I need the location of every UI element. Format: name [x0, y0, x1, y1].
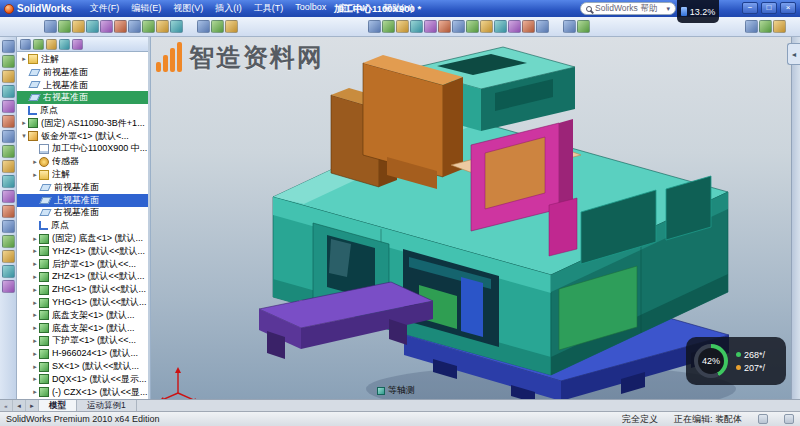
expander-icon[interactable]: ▸ [31, 158, 39, 166]
tree-item[interactable]: ▾钣金外罩<1> (默认<... [17, 130, 148, 143]
scene-icon[interactable] [225, 20, 238, 33]
pan-icon[interactable] [424, 20, 437, 33]
column-covers[interactable] [331, 55, 463, 189]
tree-item[interactable]: ▸后护罩<1> (默认<<... [17, 258, 148, 271]
mate-icon[interactable] [2, 55, 15, 68]
bill-of-materials-icon[interactable] [2, 190, 15, 203]
expander-icon[interactable]: ▸ [31, 273, 39, 281]
tree-item[interactable]: 上视基准面 [17, 79, 148, 92]
expander-icon[interactable]: ▸ [31, 286, 39, 294]
expander-icon[interactable]: ▸ [31, 299, 39, 307]
open-icon[interactable] [58, 20, 71, 33]
tree-item[interactable]: 右视基准面 [17, 207, 148, 220]
edit-color-icon[interactable] [156, 20, 169, 33]
tree-item[interactable]: 原点 [17, 104, 148, 117]
tab-scroll-next[interactable]: ► [26, 400, 39, 411]
tree-item[interactable]: ▸YHG<1> (默认<<默认... [17, 296, 148, 309]
rotate-component-icon[interactable] [2, 115, 15, 128]
status-icon-2[interactable] [784, 414, 794, 424]
appearance-icon[interactable] [211, 20, 224, 33]
expander-icon[interactable]: ▸ [20, 119, 28, 127]
print-icon[interactable] [86, 20, 99, 33]
view-settings-icon[interactable] [508, 20, 521, 33]
tree-item[interactable]: 上视基准面 [17, 194, 148, 207]
expander-icon[interactable]: ▸ [20, 55, 28, 63]
status-icon-1[interactable] [758, 414, 768, 424]
configurationmanager-tab[interactable] [46, 39, 57, 50]
tree-item[interactable]: ▸YHZ<1> (默认<<默认... [17, 245, 148, 258]
minimize-button[interactable]: − [742, 2, 758, 14]
menu-item-3[interactable]: 插入(I) [209, 0, 248, 17]
tree-item[interactable]: ▸底盘支架<1> (默认... [17, 309, 148, 322]
menu-item-1[interactable]: 编辑(E) [125, 0, 167, 17]
tree-item[interactable]: 前视基准面 [17, 66, 148, 79]
restore-button[interactable]: □ [761, 2, 777, 14]
section-view-icon[interactable] [522, 20, 535, 33]
tree-item[interactable]: ▸传感器 [17, 155, 148, 168]
menu-item-2[interactable]: 视图(V) [167, 0, 209, 17]
tree-item[interactable]: 原点 [17, 219, 148, 232]
show-hidden-components-icon[interactable] [2, 130, 15, 143]
chevron-down-icon[interactable]: ▾ [666, 5, 670, 13]
tree-item[interactable]: ▸(固定) AS11090-3B件+1... [17, 117, 148, 130]
tab-scroll-prev[interactable]: ◄ [13, 400, 26, 411]
help-search-input[interactable]: SolidWorks 帮助 ▾ [580, 2, 676, 15]
displaymanager-tab[interactable] [72, 39, 83, 50]
tree-item[interactable]: ▸DQX<1> (默认<<显示... [17, 373, 148, 386]
expander-icon[interactable]: ▸ [31, 324, 39, 332]
isolate-icon[interactable] [2, 265, 15, 278]
tree-item[interactable]: 右视基准面 [17, 91, 148, 104]
assemblyxpert-icon[interactable] [2, 250, 15, 263]
new-icon[interactable] [44, 20, 57, 33]
menu-item-0[interactable]: 文件(F) [84, 0, 126, 17]
menu-item-5[interactable]: Toolbox [289, 0, 332, 17]
expander-icon[interactable]: ▸ [31, 350, 39, 358]
expander-icon[interactable]: ▸ [31, 247, 39, 255]
tree-item[interactable]: ▸SX<1> (默认<<默认... [17, 360, 148, 373]
tree-item[interactable]: ▸(-) CZX<1> (默认<<显... [17, 386, 148, 399]
large-assembly-mode-icon[interactable] [2, 280, 15, 293]
featuremanager-tab[interactable] [20, 39, 31, 50]
select-icon[interactable] [170, 20, 183, 33]
new-motion-study-icon[interactable] [2, 175, 15, 188]
help-icon[interactable] [773, 20, 786, 33]
zoom-in-out-icon[interactable] [396, 20, 409, 33]
move-component-icon[interactable] [2, 100, 15, 113]
rebuild-icon[interactable] [128, 20, 141, 33]
smart-fasteners-icon[interactable] [2, 85, 15, 98]
tree-item[interactable]: ▸ZHZ<1> (默认<<默认... [17, 271, 148, 284]
tab-scroll-first[interactable]: « [0, 400, 13, 411]
tree-item[interactable]: ▸注解 [17, 53, 148, 66]
selection-filter-icon[interactable] [197, 20, 210, 33]
expander-icon[interactable]: ▸ [31, 363, 39, 371]
dimxpertmanager-tab[interactable] [59, 39, 70, 50]
expander-icon[interactable]: ▸ [31, 337, 39, 345]
task-pane-icon[interactable] [759, 20, 772, 33]
interference-detection-icon[interactable] [2, 235, 15, 248]
tree-item[interactable]: ▸下护罩<1> (默认<<... [17, 335, 148, 348]
zoom-area-icon[interactable] [382, 20, 395, 33]
expander-icon[interactable]: ▸ [31, 260, 39, 268]
undo-icon[interactable] [100, 20, 113, 33]
tab-0[interactable]: 模型 [39, 400, 77, 411]
display-style-icon[interactable] [452, 20, 465, 33]
camera-view-icon[interactable] [536, 20, 549, 33]
close-button[interactable]: × [780, 2, 796, 14]
redo-icon[interactable] [114, 20, 127, 33]
expander-icon[interactable]: ▸ [31, 171, 39, 179]
motion-study-icon[interactable] [577, 20, 590, 33]
rotate-view-icon[interactable] [410, 20, 423, 33]
tree-item[interactable]: ▸ZHG<1> (默认<<默认... [17, 283, 148, 296]
exploded-view-icon[interactable] [2, 205, 15, 218]
explode-line-sketch-icon[interactable] [2, 220, 15, 233]
view-orientation-icon[interactable] [438, 20, 451, 33]
tab-1[interactable]: 运动算例1 [77, 400, 137, 411]
tree-item[interactable]: 加工中心1100X900 中... [17, 143, 148, 156]
linear-component-pattern-icon[interactable] [2, 70, 15, 83]
expander-icon[interactable]: ▸ [31, 311, 39, 319]
task-pane-collapse-button[interactable]: ◄ [787, 43, 800, 65]
tree-item[interactable]: 前视基准面 [17, 181, 148, 194]
viewport[interactable]: 智造资料网 等轴测 ◄ 42% 268*/ 207*/ [151, 37, 800, 399]
propertymanager-tab[interactable] [33, 39, 44, 50]
tree-item[interactable]: ▸H-966024<1> (默认... [17, 347, 148, 360]
